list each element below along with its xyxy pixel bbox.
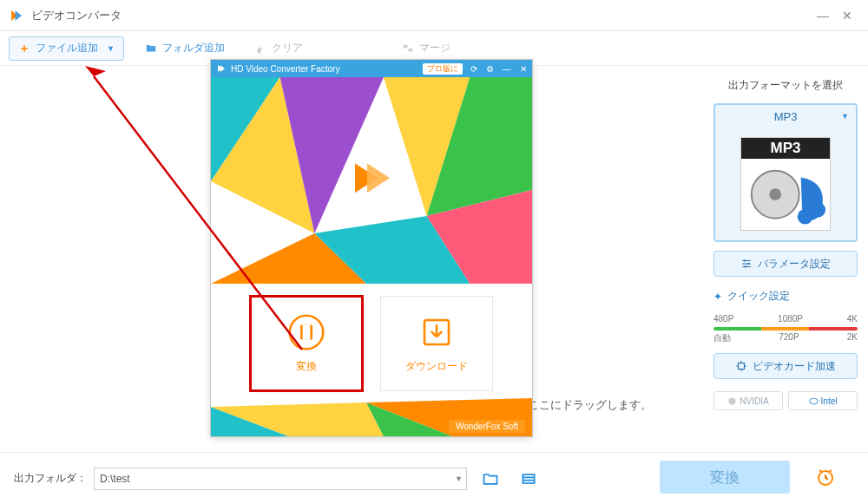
nvidia-badge: NVIDIA <box>713 391 783 410</box>
film-icon <box>520 470 537 488</box>
svg-point-23 <box>744 259 746 261</box>
splash-brand-label: WonderFox Soft <box>449 420 525 433</box>
svg-rect-29 <box>523 475 534 483</box>
add-folder-label: フォルダ追加 <box>162 41 225 56</box>
svg-point-28 <box>809 398 817 403</box>
right-panel: 出力フォーマットを選択 MP3 ▼ MP3 <box>713 78 858 410</box>
splash-title: HD Video Converter Factory <box>231 64 339 74</box>
convert-button[interactable]: 変換 <box>660 461 790 494</box>
minimize-button[interactable]: — <box>811 3 835 28</box>
splash-refresh-icon[interactable]: ⟳ <box>468 63 479 75</box>
merge-icon <box>402 43 414 55</box>
intel-icon <box>809 396 819 406</box>
folder-icon <box>145 43 157 55</box>
output-folder-select[interactable]: D:\test ▼ <box>94 468 467 490</box>
gpu-accel-label: ビデオカード加速 <box>753 359 836 374</box>
clear-label: クリア <box>272 41 303 56</box>
download-icon <box>418 314 455 350</box>
splash-download-button[interactable]: ダウンロード <box>380 296 493 391</box>
chevron-down-icon: ▼ <box>455 475 463 483</box>
svg-point-20 <box>769 188 781 200</box>
svg-rect-1 <box>409 49 413 52</box>
film-button[interactable] <box>514 468 543 490</box>
splash-settings-icon[interactable]: ⚙ <box>484 63 496 75</box>
chip-icon <box>735 360 747 372</box>
gpu-vendor-row: NVIDIA Intel <box>713 391 858 410</box>
param-settings-label: パラメータ設定 <box>758 257 831 272</box>
svg-point-24 <box>747 263 749 265</box>
clear-button[interactable]: クリア <box>246 36 312 61</box>
merge-label: マージ <box>419 41 450 56</box>
nvidia-icon <box>727 396 737 406</box>
output-folder-value: D:\test <box>100 473 130 485</box>
param-settings-button[interactable]: パラメータ設定 <box>713 251 858 277</box>
svg-rect-12 <box>303 324 311 340</box>
chevron-down-icon: ▼ <box>107 44 115 53</box>
svg-rect-0 <box>404 44 408 48</box>
merge-button[interactable]: マージ <box>393 36 459 61</box>
svg-point-27 <box>729 397 736 404</box>
splash-banner <box>211 77 532 284</box>
schedule-button[interactable] <box>809 461 842 494</box>
output-format-label: 出力フォーマットを選択 <box>713 78 858 93</box>
splash-minimize-icon[interactable]: — <box>501 63 512 75</box>
splash-close-icon[interactable]: ✕ <box>517 63 529 75</box>
splash-logo-icon <box>216 63 227 74</box>
format-name: MP3 <box>774 110 798 123</box>
format-thumbnail: MP3 <box>715 128 856 240</box>
svg-point-22 <box>810 202 825 218</box>
pro-badge[interactable]: プロ版に <box>423 63 463 75</box>
alarm-clock-icon <box>815 467 836 488</box>
chevron-down-icon: ▼ <box>841 112 849 121</box>
svg-point-25 <box>745 265 746 267</box>
title-bar: ビデオコンバータ — ✕ <box>0 0 868 31</box>
svg-rect-26 <box>739 363 745 370</box>
folder-open-icon <box>482 470 499 488</box>
quick-settings-label: ✦ クイック設定 <box>713 289 858 304</box>
close-button[interactable]: ✕ <box>835 3 859 28</box>
splash-titlebar: HD Video Converter Factory プロ版に ⟳ ⚙ — ✕ <box>211 60 532 77</box>
format-tile-text: MP3 <box>741 138 830 159</box>
splash-window: HD Video Converter Factory プロ版に ⟳ ⚙ — ✕ <box>210 59 533 437</box>
splash-footer: WonderFox Soft <box>211 398 532 436</box>
add-file-button[interactable]: ＋ ファイル追加 ▼ <box>9 36 124 61</box>
broom-icon <box>254 43 266 55</box>
add-folder-button[interactable]: フォルダ追加 <box>136 36 233 61</box>
intel-badge: Intel <box>788 391 858 410</box>
preset-row-top: 480P 1080P 4K <box>713 314 858 324</box>
app-logo-icon <box>9 8 24 23</box>
convert-button-label: 変換 <box>710 468 740 488</box>
sliders-icon <box>740 258 753 270</box>
convert-icon <box>288 314 325 350</box>
output-folder-label: 出力フォルダ： <box>14 471 87 486</box>
add-file-label: ファイル追加 <box>36 41 98 56</box>
window-title: ビデオコンバータ <box>31 8 811 23</box>
wonderfox-logo-icon <box>348 154 395 201</box>
splash-download-label: ダウンロード <box>405 359 468 374</box>
preset-row-bottom: 自動 720P 2K <box>713 332 858 344</box>
gpu-accel-button[interactable]: ビデオカード加速 <box>713 353 858 379</box>
splash-convert-label: 変換 <box>296 359 317 374</box>
splash-actions: 変換 ダウンロード <box>211 296 532 391</box>
format-selector[interactable]: MP3 ▼ MP3 <box>713 103 858 242</box>
plus-icon: ＋ <box>18 41 30 56</box>
quality-slider[interactable] <box>713 327 858 331</box>
open-folder-button[interactable] <box>476 468 505 490</box>
splash-convert-button[interactable]: 変換 <box>250 296 363 391</box>
